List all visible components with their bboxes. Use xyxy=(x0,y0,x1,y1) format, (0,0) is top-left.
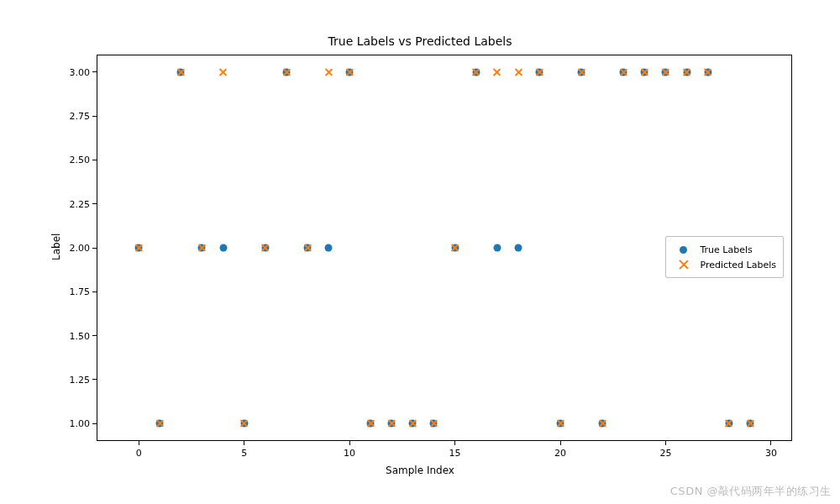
y-tick-label: 2.00 xyxy=(63,243,90,254)
y-tick xyxy=(92,160,97,160)
legend-entry-true: True Labels xyxy=(673,242,776,257)
point-true xyxy=(493,244,501,252)
y-tick xyxy=(92,423,97,424)
y-tick xyxy=(92,335,97,336)
point-pred xyxy=(471,67,480,76)
x-tick xyxy=(244,441,244,445)
point-pred xyxy=(302,244,312,253)
x-tick xyxy=(139,441,139,445)
y-tick-label: 1.25 xyxy=(63,374,90,385)
point-pred xyxy=(324,67,333,76)
x-tick xyxy=(560,441,561,445)
legend: True Labels Predicted Labels xyxy=(665,236,784,278)
point-pred xyxy=(408,419,417,428)
point-pred xyxy=(661,67,670,76)
y-tick xyxy=(92,203,97,204)
x-tick-label: 25 xyxy=(659,448,671,459)
point-true xyxy=(325,244,333,252)
point-pred xyxy=(577,67,586,76)
x-tick-label: 20 xyxy=(554,448,566,459)
point-pred xyxy=(197,244,207,253)
point-pred xyxy=(345,67,354,76)
point-pred xyxy=(534,67,543,76)
point-pred xyxy=(450,244,459,253)
y-tick-label: 2.50 xyxy=(63,155,90,165)
point-pred xyxy=(598,419,607,428)
x-tick xyxy=(349,441,350,445)
y-tick xyxy=(92,71,97,72)
y-tick xyxy=(92,291,97,292)
point-pred xyxy=(640,67,649,76)
y-tick-label: 1.00 xyxy=(63,418,90,429)
point-pred xyxy=(703,67,712,76)
y-tick xyxy=(92,379,97,380)
y-tick-label: 3.00 xyxy=(63,66,90,77)
x-tick-label: 30 xyxy=(765,448,777,459)
point-pred xyxy=(281,67,291,76)
y-tick-label: 2.75 xyxy=(63,111,90,122)
y-axis-label: Label xyxy=(50,234,62,260)
point-pred xyxy=(429,419,438,428)
legend-swatch-x xyxy=(673,259,693,270)
x-tick xyxy=(665,441,666,445)
legend-swatch-circle xyxy=(673,244,693,255)
chart-title: True Labels vs Predicted Labels xyxy=(0,34,840,48)
point-pred xyxy=(239,419,249,428)
y-tick-label: 1.75 xyxy=(63,286,90,297)
point-pred xyxy=(556,419,565,428)
point-pred xyxy=(745,419,754,428)
y-tick-label: 1.50 xyxy=(63,330,90,341)
x-tick-label: 0 xyxy=(136,448,142,459)
point-pred xyxy=(387,419,396,428)
point-pred xyxy=(513,67,522,76)
point-pred xyxy=(176,67,186,76)
legend-label-pred: Predicted Labels xyxy=(700,260,776,270)
y-tick xyxy=(92,116,97,117)
point-pred xyxy=(619,67,628,76)
legend-entry-pred: Predicted Labels xyxy=(673,257,776,272)
x-tick xyxy=(770,441,771,445)
y-tick xyxy=(92,248,97,249)
x-tick-label: 5 xyxy=(241,448,247,459)
point-pred xyxy=(218,67,228,76)
point-pred xyxy=(155,419,165,428)
point-pred xyxy=(134,244,144,253)
x-tick-label: 10 xyxy=(344,448,355,459)
point-pred xyxy=(724,419,733,428)
x-axis-label: Sample Index xyxy=(0,465,840,476)
point-pred xyxy=(366,419,375,428)
point-pred xyxy=(260,244,270,253)
x-tick-label: 15 xyxy=(449,448,461,459)
point-pred xyxy=(682,67,691,76)
x-tick xyxy=(454,441,455,445)
y-tick-label: 2.25 xyxy=(63,198,90,209)
point-true xyxy=(219,244,227,252)
watermark: CSDN @敲代码两年半的练习生 xyxy=(670,484,832,499)
legend-label-true: True Labels xyxy=(700,244,752,255)
point-true xyxy=(514,244,522,252)
figure: True Labels vs Predicted Labels Sample I… xyxy=(0,0,840,504)
point-pred xyxy=(492,67,501,76)
